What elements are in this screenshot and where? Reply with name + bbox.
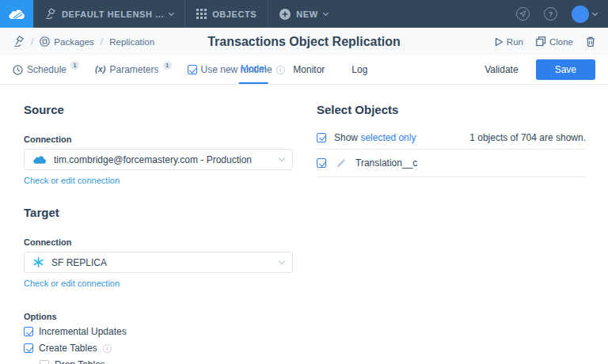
object-name: Translation__c: [355, 157, 417, 169]
workspace-switcher[interactable]: DEFAULT HELENSH ...: [33, 0, 184, 28]
user-menu[interactable]: [572, 6, 597, 23]
chevron-down-icon: [279, 155, 285, 161]
objects-count-text: 1 objects of 704 are shown.: [469, 132, 586, 143]
breadcrumb-separator: /: [101, 36, 103, 47]
top-navigation-bar: DEFAULT HELENSH ... OBJECTS NEW: [0, 0, 608, 28]
package-toolbar: Schedule 1 (x) Parameters 1 Use new runt…: [0, 55, 608, 85]
whats-new-compass-icon[interactable]: [516, 7, 530, 21]
parameters-x-icon: (x): [95, 64, 105, 74]
chevron-down-icon: [592, 9, 598, 15]
run-label: Run: [507, 37, 523, 47]
grid-icon: [196, 9, 207, 19]
objects-menu[interactable]: OBJECTS: [185, 0, 268, 28]
plus-circle-icon: [279, 9, 291, 20]
clone-icon: [536, 36, 546, 47]
clone-button[interactable]: Clone: [536, 36, 573, 47]
source-connection-select[interactable]: tim.combridge@forcemastery.com - Product…: [24, 149, 293, 170]
chevron-down-icon: [169, 9, 174, 15]
workspace-name: DEFAULT HELENSH ...: [62, 9, 164, 19]
help-icon[interactable]: ?: [544, 7, 557, 21]
header-actions: Run Clone: [495, 36, 595, 47]
object-checkbox[interactable]: [317, 158, 326, 168]
option-create-tables[interactable]: Create Tables i: [24, 342, 293, 355]
cloud-logo-icon: [8, 8, 25, 20]
breadcrumb-current: Replication: [109, 37, 154, 47]
clock-icon: [13, 65, 23, 75]
trash-icon: [586, 36, 595, 47]
run-button[interactable]: Run: [495, 37, 523, 47]
avatar: [572, 6, 589, 23]
select-objects-heading: Select Objects: [317, 103, 586, 116]
validate-button[interactable]: Validate: [484, 64, 518, 75]
objects-filter-row: Show selected only 1 objects of 704 are …: [317, 126, 586, 150]
source-check-connection-link[interactable]: Check or edit connection: [24, 176, 293, 185]
header-bar: / Packages / Replication Transactions Ob…: [0, 28, 608, 55]
object-row-translation[interactable]: Translation__c: [317, 150, 586, 177]
option-incremental-updates[interactable]: Incremental Updates: [24, 325, 293, 338]
show-selected-only-checkbox[interactable]: [317, 133, 326, 142]
breadcrumb-packages-label: Packages: [54, 37, 94, 47]
schedule-button[interactable]: Schedule 1: [13, 64, 79, 75]
option-label: Drop Tables: [55, 359, 105, 364]
workspace-icon: [44, 8, 56, 20]
salesforce-cloud-icon: [32, 154, 47, 165]
target-connection-value: SF REPLICA: [51, 257, 272, 268]
target-heading: Target: [24, 206, 293, 219]
chevron-down-icon: [323, 9, 329, 15]
play-icon: [495, 37, 504, 47]
drop-tables-checkbox[interactable]: [40, 360, 49, 364]
new-menu[interactable]: NEW: [268, 0, 338, 28]
delete-button[interactable]: [586, 36, 595, 47]
breadcrumb-separator: /: [31, 36, 33, 47]
target-check-connection-link[interactable]: Check or edit connection: [24, 279, 293, 288]
source-connection-label: Connection: [24, 135, 293, 144]
save-button[interactable]: Save: [536, 59, 595, 80]
option-label: Create Tables: [39, 343, 97, 354]
parameters-count-badge: 1: [163, 61, 172, 70]
tab-model[interactable]: Model: [239, 55, 268, 84]
parameters-label: Parameters: [110, 64, 159, 75]
clone-label: Clone: [549, 37, 573, 47]
source-target-panel: Source Connection tim.combridge@forcemas…: [24, 103, 293, 364]
source-heading: Source: [24, 103, 293, 116]
breadcrumb: / Packages / Replication: [13, 36, 154, 47]
snowflake-icon: [32, 256, 44, 268]
target-connection-select[interactable]: SF REPLICA: [24, 252, 293, 273]
view-tabs: Model Monitor Log: [239, 55, 370, 84]
create-tables-checkbox[interactable]: [24, 343, 33, 353]
breadcrumb-packages[interactable]: Packages: [40, 36, 94, 47]
target-connection-label: Connection: [24, 237, 293, 247]
show-label: Show selected only: [334, 132, 416, 143]
option-drop-tables[interactable]: Drop Tables: [40, 358, 293, 364]
chevron-down-icon: [279, 258, 285, 264]
tab-log[interactable]: Log: [350, 55, 369, 84]
objects-menu-label: OBJECTS: [212, 9, 256, 19]
source-connection-value: tim.combridge@forcemastery.com - Product…: [54, 154, 272, 165]
incremental-updates-checkbox[interactable]: [24, 327, 33, 336]
edit-pencil-icon[interactable]: [336, 158, 346, 169]
options-heading: Options: [24, 312, 293, 321]
selected-only-link[interactable]: selected only: [360, 132, 416, 143]
toolbar-right-group: Validate Save: [484, 59, 595, 80]
schedule-count-badge: 1: [70, 61, 79, 70]
new-menu-label: NEW: [296, 9, 317, 19]
info-icon[interactable]: i: [103, 344, 112, 353]
use-new-runtime-checkbox[interactable]: [188, 65, 197, 74]
breadcrumb-workspace-icon[interactable]: [13, 36, 25, 47]
option-label: Incremental Updates: [39, 326, 127, 337]
schedule-label: Schedule: [27, 64, 66, 75]
packages-icon: [40, 36, 50, 47]
topbar-right-group: ?: [516, 6, 608, 23]
tab-monitor[interactable]: Monitor: [291, 55, 326, 84]
parameters-button[interactable]: (x) Parameters 1: [95, 64, 171, 75]
app-logo[interactable]: [0, 0, 33, 28]
page-title: Transactions Object Replication: [207, 35, 401, 49]
select-objects-panel: Select Objects Show selected only 1 obje…: [317, 103, 586, 177]
